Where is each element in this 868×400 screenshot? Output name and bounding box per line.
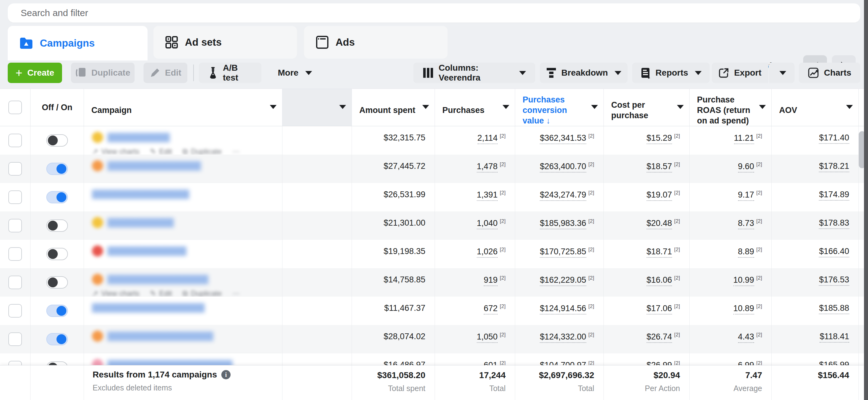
footnote-marker: [2] bbox=[588, 161, 594, 167]
export-options-button[interactable] bbox=[769, 63, 795, 83]
purchases-cell-value: 1,478 bbox=[477, 162, 498, 173]
conversion-value-cell: $124,914.56[2] bbox=[515, 297, 604, 325]
campaign-toggle[interactable] bbox=[46, 362, 68, 365]
footnote-marker: [2] bbox=[588, 218, 594, 224]
tab-ads[interactable]: Ads bbox=[304, 26, 447, 59]
footer-aov: $156.44 bbox=[772, 365, 859, 400]
create-button-label: Create bbox=[28, 68, 54, 78]
campaign-toggle[interactable] bbox=[46, 191, 68, 204]
columns-button[interactable]: Columns: Veerendra bbox=[413, 63, 535, 83]
row-checkbox[interactable] bbox=[8, 304, 22, 317]
tab-campaigns-label: Campaigns bbox=[40, 37, 95, 49]
hidden-column-cell bbox=[282, 268, 352, 298]
column-header-roas[interactable]: Purchase ROAS (return on ad spend) bbox=[690, 89, 772, 126]
edit-button[interactable]: Edit bbox=[144, 63, 187, 83]
amount-spent-cell: $19,198.35 bbox=[352, 240, 435, 268]
campaign-toggle[interactable] bbox=[46, 134, 68, 147]
cost-per-purchase-cell: $20.48[2] bbox=[604, 211, 690, 240]
create-button[interactable]: + Create bbox=[8, 63, 62, 83]
footnote-marker: [2] bbox=[756, 247, 762, 252]
campaign-toggle[interactable] bbox=[46, 305, 68, 317]
row-checkbox[interactable] bbox=[8, 276, 22, 289]
campaign-name-link[interactable]: ███ █████████ ████████ ██████ ███ bbox=[92, 303, 205, 313]
campaign-toggle[interactable] bbox=[46, 219, 68, 232]
conversion-value-cell: $362,341.53[2] bbox=[515, 126, 604, 156]
footnote-marker: [2] bbox=[500, 161, 506, 167]
footnote-marker: [2] bbox=[588, 133, 594, 139]
select-all-checkbox[interactable] bbox=[8, 101, 22, 114]
column-header-hidden[interactable] bbox=[282, 89, 352, 126]
row-toggle-cell bbox=[31, 268, 84, 298]
row-checkbox[interactable] bbox=[8, 134, 22, 147]
amount-spent-cell: $11,467.37 bbox=[352, 297, 435, 325]
roas-cell: 9.60[2] bbox=[690, 155, 772, 183]
campaign-name-link[interactable]: ███ ████ ███████ ███ bbox=[107, 218, 174, 227]
info-icon[interactable]: i bbox=[221, 370, 230, 379]
footnote-marker: [2] bbox=[500, 247, 506, 252]
campaign-name-link[interactable]: ██████ ████ ██████ ██████ ████ ████ ██ bbox=[107, 360, 232, 365]
campaign-name-link[interactable]: ███ ████ ██████ ███ bbox=[107, 133, 170, 142]
charts-button[interactable]: Charts bbox=[799, 63, 860, 83]
row-checkbox[interactable] bbox=[8, 247, 22, 261]
campaign-name-link[interactable]: ███ ████████ ██ ███ ████████ bbox=[107, 161, 201, 171]
purchases-cell-value: 1,040 bbox=[477, 218, 498, 229]
row-checkbox[interactable] bbox=[8, 162, 22, 176]
tab-campaigns[interactable]: Campaigns bbox=[8, 26, 148, 61]
window-scrollbar[interactable] bbox=[864, 0, 868, 400]
column-header-cost-per-purchase[interactable]: Cost per purchase bbox=[604, 89, 690, 126]
campaign-toggle[interactable] bbox=[46, 248, 68, 260]
table-header-row: Off / On Campaign Amount spent Purchases… bbox=[0, 89, 868, 126]
campaign-toggle[interactable] bbox=[46, 333, 68, 345]
chevron-down-icon bbox=[305, 71, 312, 75]
campaign-name-link[interactable]: ████ ████ █████████ █████ ███ bbox=[92, 189, 189, 199]
tab-ad-sets[interactable]: Ad sets bbox=[153, 26, 297, 59]
search-input[interactable]: Search and filter bbox=[8, 3, 860, 23]
roas-cell-value: 9.60 bbox=[738, 162, 754, 173]
footer-note: Excludes deleted items bbox=[93, 383, 282, 392]
column-header-purchases[interactable]: Purchases bbox=[435, 89, 515, 126]
sort-caret-icon bbox=[759, 105, 766, 109]
row-toggle-cell bbox=[31, 155, 84, 183]
row-checkbox[interactable] bbox=[8, 361, 22, 365]
aov-cell-value: $178.21 bbox=[819, 161, 849, 172]
campaign-status-icon bbox=[92, 245, 103, 256]
hidden-column-cell bbox=[282, 325, 352, 353]
reports-button[interactable]: Reports bbox=[632, 63, 710, 83]
cost-per-purchase-cell: $16.06[2] bbox=[604, 268, 690, 298]
export-button[interactable]: Export bbox=[712, 63, 768, 83]
column-header-aov[interactable]: AOV bbox=[772, 89, 859, 126]
campaign-name-cell: ███ ████ ███████ ███ bbox=[84, 211, 282, 240]
row-checkbox[interactable] bbox=[8, 190, 22, 204]
table-footer-row: Results from 1,174 campaigns i Excludes … bbox=[0, 365, 868, 400]
column-header-conversion-value[interactable]: Purchases conversion value ↓ bbox=[515, 89, 604, 126]
purchases-cell-value: 1,026 bbox=[477, 247, 498, 258]
row-checkbox-cell bbox=[0, 353, 31, 365]
column-header-off-on: Off / On bbox=[31, 89, 84, 126]
roas-cell-value: 8.73 bbox=[738, 218, 754, 229]
duplicate-button[interactable]: Duplicate bbox=[71, 63, 134, 83]
campaign-name-link[interactable]: ███ ███████████████ ██ ██████ bbox=[107, 275, 208, 284]
campaign-toggle[interactable] bbox=[46, 276, 68, 288]
aov-cell: $171.40 bbox=[772, 126, 859, 156]
footnote-marker: [2] bbox=[500, 360, 506, 365]
amount-spent-cell: $16,486.97 bbox=[352, 353, 435, 365]
campaign-name-link[interactable]: ██ ████ ███ ██ ██ ███ ████ bbox=[107, 246, 186, 256]
campaign-name-link[interactable]: ███ ████ ██████ ███ ██ ████████ █ bbox=[107, 332, 213, 341]
roas-cell-value: 4.43 bbox=[738, 332, 754, 343]
column-header-campaign[interactable]: Campaign bbox=[84, 89, 282, 126]
aov-cell: $185.88 bbox=[772, 297, 859, 325]
sort-caret-icon bbox=[270, 105, 277, 109]
campaign-toggle[interactable] bbox=[46, 163, 68, 175]
column-header-amount-spent[interactable]: Amount spent bbox=[352, 89, 435, 126]
more-button[interactable]: More bbox=[275, 63, 314, 83]
breakdown-button[interactable]: Breakdown bbox=[540, 63, 627, 83]
purchases-cell: 1,391[2] bbox=[435, 183, 515, 211]
purchases-cell: 672[2] bbox=[435, 297, 515, 325]
row-toggle-cell bbox=[31, 353, 84, 365]
ab-test-button[interactable]: A/B test bbox=[199, 63, 261, 83]
tab-ads-label: Ads bbox=[336, 36, 355, 48]
amount-spent-cell: $14,758.85 bbox=[352, 268, 435, 298]
more-button-label: More bbox=[278, 68, 299, 78]
row-checkbox[interactable] bbox=[8, 219, 22, 233]
row-checkbox[interactable] bbox=[8, 332, 22, 346]
